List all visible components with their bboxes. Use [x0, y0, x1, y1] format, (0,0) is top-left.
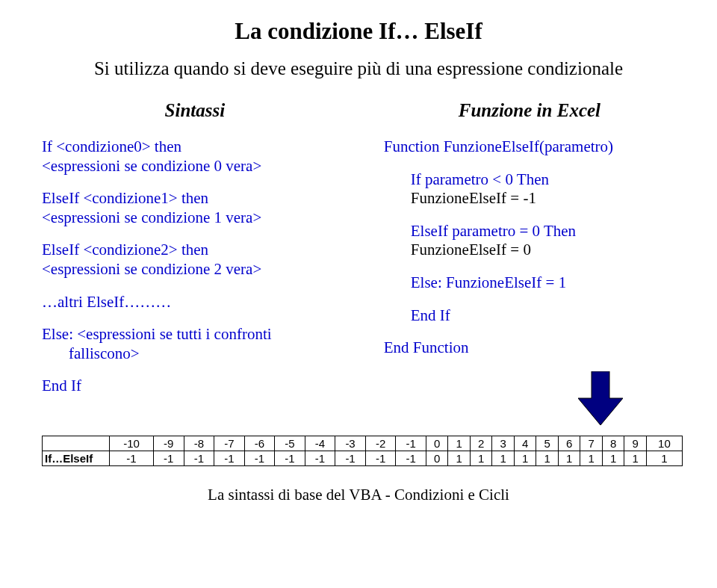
col-header: -3	[335, 436, 366, 451]
page-subtitle: Si utilizza quando si deve eseguire più …	[42, 58, 675, 79]
cell: 1	[514, 451, 536, 465]
excel-if-block: If parametro < 0 Then FunzioneElseIf = -…	[411, 170, 675, 208]
cell: 1	[470, 451, 492, 465]
cell: 1	[492, 451, 515, 465]
syntax-elif1: ElseIf <condizione1> then <espressioni s…	[42, 189, 348, 227]
row-label: If…ElseIf	[43, 451, 110, 465]
result-table-wrap: -10 -9 -8 -7 -6 -5 -4 -3 -2 -1 0 1 2 3 4…	[42, 436, 675, 466]
col-header: -5	[275, 436, 305, 451]
excel-column: Funzione in Excel Function FunzioneElseI…	[384, 100, 675, 425]
cell: 1	[624, 451, 647, 465]
cell: 1	[602, 451, 624, 465]
cell: -1	[335, 451, 366, 465]
excel-elif-block: ElseIf parametro = 0 Then FunzioneElseIf…	[411, 222, 675, 260]
cell: 0	[426, 451, 448, 465]
excel-endif: End If	[411, 306, 675, 326]
col-header: 1	[448, 436, 471, 451]
col-header: -7	[214, 436, 245, 451]
cell: -1	[305, 451, 335, 465]
col-header: 7	[580, 436, 603, 451]
syntax-if-then: If <condizione0> then	[42, 137, 348, 157]
arrow-down-icon	[578, 371, 675, 425]
col-header: -2	[365, 436, 396, 451]
col-header: 3	[492, 436, 515, 451]
table-stub	[43, 436, 110, 451]
col-header: -4	[305, 436, 335, 451]
page-title: La condizione If… ElseIf	[42, 18, 675, 45]
cell: 1	[646, 451, 682, 465]
syntax-elif1-body: <espressioni se condizione 1 vera>	[42, 208, 348, 228]
cell: -1	[365, 451, 396, 465]
columns: Sintassi If <condizione0> then <espressi…	[42, 100, 675, 425]
syntax-else-l1: <espressioni se tutti i confronti	[73, 325, 272, 343]
cell: -1	[214, 451, 245, 465]
col-header: 9	[624, 436, 647, 451]
syntax-else-l2: falliscono>	[69, 344, 348, 364]
syntax-elif2-body: <espressioni se condizione 2 vera>	[42, 260, 348, 279]
syntax-elif2: ElseIf <condizione2> then <espressioni s…	[42, 241, 348, 279]
excel-header: Funzione in Excel	[384, 100, 675, 121]
cell: 1	[558, 451, 580, 465]
syntax-endif: End If	[42, 377, 348, 396]
col-header: -9	[154, 436, 184, 451]
col-header: 5	[536, 436, 559, 451]
col-header: 10	[646, 436, 682, 451]
excel-else-line: Else: FunzioneElseIf = 1	[411, 273, 675, 293]
syntax-else-kw: Else:	[42, 325, 73, 343]
excel-if-then: If parametro < 0 Then	[411, 170, 675, 190]
excel-elif-body: FunzioneElseIf = 0	[411, 241, 675, 260]
page-footer: La sintassi di base del VBA - Condizioni…	[42, 486, 675, 504]
col-header: 8	[602, 436, 624, 451]
syntax-if-body: <espressioni se condizione 0 vera>	[42, 157, 348, 176]
col-header: 6	[558, 436, 580, 451]
table-header-row: -10 -9 -8 -7 -6 -5 -4 -3 -2 -1 0 1 2 3 4…	[43, 436, 683, 451]
cell: -1	[154, 451, 184, 465]
cell: -1	[184, 451, 214, 465]
cell: 1	[580, 451, 603, 465]
cell: -1	[396, 451, 426, 465]
col-header: 4	[514, 436, 536, 451]
col-header: 0	[426, 436, 448, 451]
cell: -1	[244, 451, 275, 465]
cell: 1	[536, 451, 559, 465]
cell: -1	[110, 451, 154, 465]
excel-fn-decl: Function FunzioneElseIf(parametro)	[384, 137, 675, 157]
syntax-elif1-then: ElseIf <condizione1> then	[42, 189, 348, 208]
syntax-if: If <condizione0> then <espressioni se co…	[42, 137, 348, 176]
table-row: If…ElseIf -1 -1 -1 -1 -1 -1 -1 -1 -1 -1 …	[43, 451, 683, 465]
excel-if-body: FunzioneElseIf = -1	[411, 189, 675, 208]
page: La condizione If… ElseIf Si utilizza qua…	[0, 0, 717, 504]
cell: 1	[448, 451, 471, 465]
col-header: -8	[184, 436, 214, 451]
syntax-other-elif: …altri ElseIf………	[42, 293, 348, 312]
col-header: 2	[470, 436, 492, 451]
result-table: -10 -9 -8 -7 -6 -5 -4 -3 -2 -1 0 1 2 3 4…	[42, 436, 683, 466]
col-header: -6	[244, 436, 275, 451]
syntax-else: Else: <espressioni se tutti i confronti …	[42, 325, 348, 363]
excel-elif-then: ElseIf parametro = 0 Then	[411, 222, 675, 241]
cell: -1	[275, 451, 305, 465]
excel-endfn: End Function	[384, 338, 675, 358]
syntax-elif2-then: ElseIf <condizione2> then	[42, 241, 348, 260]
syntax-column: Sintassi If <condizione0> then <espressi…	[42, 100, 348, 425]
col-header: -10	[110, 436, 154, 451]
col-header: -1	[396, 436, 426, 451]
syntax-header: Sintassi	[42, 100, 348, 121]
